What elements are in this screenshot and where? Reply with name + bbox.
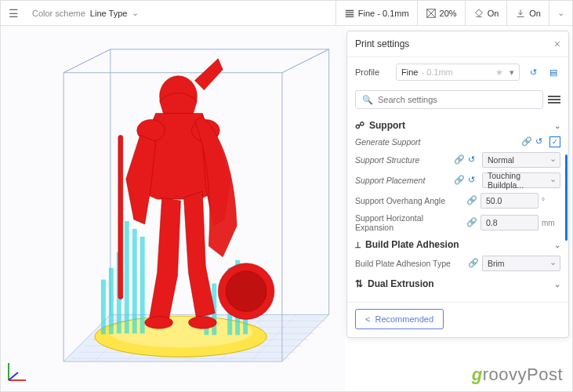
adhesion-icon bbox=[515, 8, 526, 19]
support-icon bbox=[473, 8, 484, 19]
support-placement-select[interactable]: Touching Buildpla... bbox=[482, 172, 560, 188]
section-adhesion[interactable]: ⟂ Build Plate Adhesion ⌄ bbox=[355, 234, 560, 253]
row-support-structure: Support Structure 🔗 ↺ Normal bbox=[355, 150, 560, 170]
profile-value: Fine bbox=[401, 67, 418, 77]
chevron-down-icon: ⌄ bbox=[132, 8, 139, 18]
adhesion-section-icon: ⟂ bbox=[355, 239, 361, 250]
profile-dim: - 0.1mm bbox=[421, 67, 452, 77]
infill-value: 20% bbox=[440, 9, 457, 18]
svg-rect-24 bbox=[140, 237, 145, 333]
quality-label: Fine - 0.1mm bbox=[358, 9, 409, 18]
infill-selector[interactable]: 20% bbox=[417, 1, 465, 25]
reset-icon[interactable]: ↺ bbox=[535, 136, 546, 147]
quality-selector[interactable]: Fine - 0.1mm bbox=[335, 1, 417, 25]
svg-rect-22 bbox=[125, 221, 129, 333]
link-icon[interactable]: 🔗 bbox=[466, 217, 477, 228]
overhang-unit: ° bbox=[542, 197, 560, 205]
chevron-left-icon: < bbox=[365, 314, 370, 324]
close-icon[interactable]: × bbox=[554, 38, 560, 50]
row-overhang-angle: Support Overhang Angle 🔗 50.0 ° bbox=[355, 191, 560, 211]
chevron-down-icon: ⌄ bbox=[554, 280, 560, 289]
row-adhesion-type: Build Plate Adhesion Type 🔗 Brim bbox=[355, 253, 560, 274]
adhesion-type-label: Build Plate Adhesion Type bbox=[355, 259, 465, 268]
recommended-button[interactable]: < Recommended bbox=[355, 309, 444, 329]
star-icon: ★ bbox=[495, 67, 503, 78]
color-scheme-label: Color scheme bbox=[32, 9, 85, 18]
watermark-rest: roovyPost bbox=[483, 365, 563, 384]
section-dual-extrusion[interactable]: ⇅ Dual Extrusion ⌄ bbox=[355, 274, 560, 292]
svg-line-17 bbox=[63, 49, 111, 73]
svg-line-42 bbox=[9, 372, 18, 380]
svg-rect-23 bbox=[132, 229, 137, 333]
dual-extrusion-icon: ⇅ bbox=[355, 278, 363, 289]
reset-icon[interactable]: ↺ bbox=[468, 154, 479, 165]
search-field[interactable] bbox=[378, 95, 536, 104]
layers-icon bbox=[344, 8, 355, 19]
link-icon[interactable]: 🔗 bbox=[454, 154, 465, 165]
search-input[interactable]: 🔍 bbox=[355, 90, 543, 109]
generate-support-checkbox[interactable]: ✓ bbox=[549, 136, 560, 147]
recommended-label: Recommended bbox=[375, 314, 433, 324]
overhang-label: Support Overhang Angle bbox=[355, 196, 463, 205]
support-structure-label: Support Structure bbox=[355, 155, 451, 165]
adhesion-label: On bbox=[529, 9, 541, 18]
generate-support-label: Generate Support bbox=[355, 137, 518, 147]
panel-title: Print settings bbox=[355, 38, 409, 49]
support-placement-label: Support Placement bbox=[355, 176, 451, 185]
support-label: On bbox=[488, 9, 499, 18]
svg-rect-33 bbox=[118, 135, 123, 299]
scrollbar[interactable] bbox=[565, 154, 568, 241]
adhesion-title: Build Plate Adhesion bbox=[365, 239, 459, 250]
infill-icon bbox=[426, 8, 437, 19]
toolbar-chevron[interactable]: ⌄ bbox=[549, 1, 572, 25]
chevron-down-icon: ▾ bbox=[510, 67, 514, 78]
link-icon[interactable]: 🔗 bbox=[466, 195, 477, 206]
svg-rect-26 bbox=[109, 268, 114, 335]
svg-point-36 bbox=[145, 316, 173, 328]
link-icon[interactable]: 🔗 bbox=[468, 258, 479, 269]
support-title: Support bbox=[369, 120, 405, 131]
top-toolbar: ☰ Color scheme Line Type ⌄ Fine - 0.1mm … bbox=[1, 1, 572, 26]
row-horizontal-expansion: Support Horizontal Expansion 🔗 0.8 mm bbox=[355, 211, 560, 234]
svg-point-39 bbox=[226, 271, 267, 312]
chevron-down-icon: ⌄ bbox=[554, 122, 560, 130]
search-icon: 🔍 bbox=[362, 95, 373, 105]
chevron-down-icon: ⌄ bbox=[554, 241, 560, 249]
hexp-label: Support Horizontal Expansion bbox=[355, 213, 463, 232]
axis-gizmo[interactable] bbox=[5, 360, 29, 387]
svg-line-18 bbox=[282, 49, 329, 73]
viewport-3d[interactable] bbox=[1, 26, 345, 391]
profile-select[interactable]: Fine - 0.1mm ★ ▾ bbox=[396, 64, 520, 81]
section-support[interactable]: ☍ Support ⌄ bbox=[355, 115, 560, 134]
watermark-g: g bbox=[472, 365, 483, 384]
svg-rect-25 bbox=[101, 280, 106, 335]
adhesion-type-select[interactable]: Brim bbox=[482, 256, 560, 271]
color-scheme-value: Line Type bbox=[90, 9, 128, 18]
settings-sections: ☍ Support ⌄ Generate Support 🔗 ↺ ✓ Suppo… bbox=[347, 115, 568, 299]
reset-icon[interactable]: ↺ bbox=[468, 175, 479, 186]
reset-profile-icon[interactable]: ↺ bbox=[526, 65, 540, 79]
row-generate-support: Generate Support 🔗 ↺ ✓ bbox=[355, 134, 560, 150]
link-icon[interactable]: 🔗 bbox=[454, 175, 465, 186]
row-support-placement: Support Placement 🔗 ↺ Touching Buildpla.… bbox=[355, 170, 560, 191]
svg-point-37 bbox=[188, 316, 216, 328]
hexp-input[interactable]: 0.8 bbox=[481, 215, 539, 230]
hexp-unit: mm bbox=[542, 219, 560, 227]
profile-label: Profile bbox=[355, 67, 390, 77]
color-scheme-selector[interactable]: Color scheme Line Type ⌄ bbox=[26, 8, 145, 18]
overhang-input[interactable]: 50.0 bbox=[481, 193, 539, 209]
save-profile-icon[interactable]: ▤ bbox=[546, 65, 560, 79]
link-icon[interactable]: 🔗 bbox=[521, 136, 532, 147]
support-toggle[interactable]: On bbox=[465, 1, 507, 25]
support-structure-select[interactable]: Normal bbox=[482, 152, 560, 168]
watermark: groovyPost bbox=[472, 365, 563, 385]
menu-button[interactable]: ☰ bbox=[1, 1, 26, 26]
settings-menu-icon[interactable] bbox=[548, 94, 560, 105]
dual-title: Dual Extrusion bbox=[368, 278, 434, 289]
profile-row: Profile Fine - 0.1mm ★ ▾ ↺ ▤ bbox=[347, 57, 568, 87]
support-section-icon: ☍ bbox=[355, 120, 364, 131]
print-settings-panel: Print settings × Profile Fine - 0.1mm ★ … bbox=[346, 31, 569, 338]
adhesion-toggle[interactable]: On bbox=[506, 1, 549, 25]
